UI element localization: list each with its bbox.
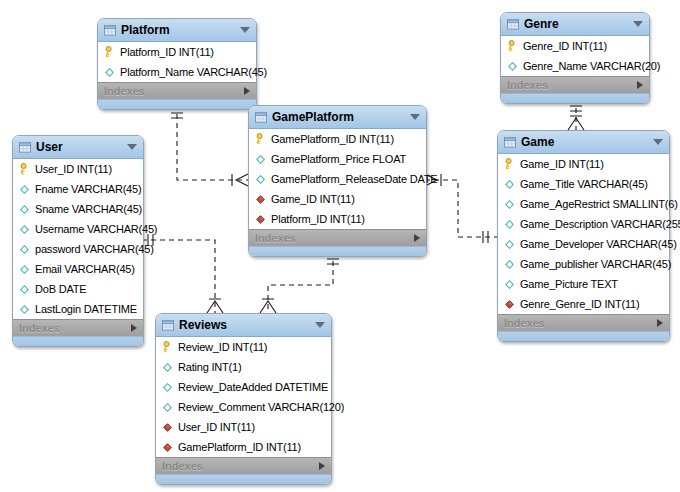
- column-row[interactable]: Review_DateAdded DATETIME: [156, 377, 331, 397]
- table-header[interactable]: Reviews: [156, 314, 331, 337]
- column-row[interactable]: DoB DATE: [13, 279, 143, 299]
- column-definition: Game_Description VARCHAR(255): [520, 218, 680, 230]
- column-row[interactable]: Game_ID INT(11): [498, 154, 669, 174]
- column-row[interactable]: Username VARCHAR(45): [13, 219, 143, 239]
- table-node-user[interactable]: User User_ID INT(11)Fname VARCHAR(45)Sna…: [12, 135, 144, 347]
- column-list: Platform_ID INT(11)Platform_Name VARCHAR…: [98, 42, 256, 82]
- table-header[interactable]: Platform: [98, 19, 256, 42]
- column-row[interactable]: Review_ID INT(11): [156, 337, 331, 357]
- column-definition: Game_AgeRestrict SMALLINT(6): [520, 198, 678, 210]
- column-definition: Game_ID INT(11): [271, 193, 355, 205]
- expand-indexes-icon[interactable]: [414, 234, 420, 242]
- column-row[interactable]: Sname VARCHAR(45): [13, 199, 143, 219]
- indexes-bar[interactable]: Indexes: [13, 319, 143, 336]
- column-row[interactable]: Review_Comment VARCHAR(120): [156, 397, 331, 417]
- table-header[interactable]: GamePlatform: [249, 106, 426, 129]
- table-header[interactable]: User: [13, 136, 143, 159]
- column-row[interactable]: GamePlatform_Price FLOAT: [249, 149, 426, 169]
- column-definition: GamePlatform_ID INT(11): [271, 133, 394, 145]
- collapse-table-icon[interactable]: [633, 21, 643, 27]
- table-header[interactable]: Genre: [501, 13, 649, 36]
- table-node-genre[interactable]: Genre Genre_ID INT(11)Genre_Name VARCHAR…: [500, 12, 650, 104]
- eer-diagram-canvas[interactable]: Platform Platform_ID INT(11)Platform_Nam…: [0, 0, 680, 492]
- column-definition: User_ID INT(11): [178, 421, 255, 433]
- table-node-gameplatform[interactable]: GamePlatform GamePlatform_ID INT(11)Game…: [248, 105, 427, 257]
- foreign-key-icon: [254, 215, 266, 224]
- column-definition: Genre_Name VARCHAR(20): [523, 60, 660, 72]
- column-definition: Game_Developer VARCHAR(45): [520, 238, 677, 250]
- column-row[interactable]: password VARCHAR(45): [13, 239, 143, 259]
- table-title: Game: [521, 135, 648, 149]
- column-row[interactable]: Game_Developer VARCHAR(45): [498, 234, 669, 254]
- column-row[interactable]: User_ID INT(11): [156, 417, 331, 437]
- expand-indexes-icon[interactable]: [319, 462, 325, 470]
- collapse-table-icon[interactable]: [127, 144, 137, 150]
- column-row[interactable]: Genre_ID INT(11): [501, 36, 649, 56]
- expand-indexes-icon[interactable]: [657, 319, 663, 327]
- collapse-table-icon[interactable]: [240, 27, 250, 33]
- relationship-gameplatform-reviews[interactable]: [260, 252, 339, 313]
- table-header[interactable]: Game: [498, 131, 669, 154]
- collapse-table-icon[interactable]: [653, 139, 663, 145]
- column-row[interactable]: Game_publisher VARCHAR(45): [498, 254, 669, 274]
- column-definition: LastLogin DATETIME: [35, 303, 137, 315]
- column-list: Game_ID INT(11)Game_Title VARCHAR(45)Gam…: [498, 154, 669, 314]
- column-row[interactable]: Game_ID INT(11): [249, 189, 426, 209]
- indexes-bar[interactable]: Indexes: [498, 314, 669, 331]
- column-definition: GamePlatform_ReleaseDate DATE: [271, 173, 437, 185]
- column-row[interactable]: Platform_ID INT(11): [98, 42, 256, 62]
- column-row[interactable]: Game_Picture TEXT: [498, 274, 669, 294]
- table-icon: [19, 142, 31, 153]
- column-row[interactable]: GamePlatform_ID INT(11): [156, 437, 331, 457]
- table-icon: [104, 25, 116, 36]
- primary-key-icon: [503, 158, 515, 170]
- column-definition: GamePlatform_Price FLOAT: [271, 153, 406, 165]
- indexes-label: Indexes: [104, 85, 145, 97]
- primary-key-icon: [161, 341, 173, 353]
- column-row[interactable]: GamePlatform_ID INT(11): [249, 129, 426, 149]
- column-icon: [18, 205, 30, 214]
- relationship-user-reviews[interactable]: [142, 234, 223, 313]
- foreign-key-icon: [503, 300, 515, 309]
- column-row[interactable]: Fname VARCHAR(45): [13, 179, 143, 199]
- table-bottom-bar: [98, 99, 256, 109]
- table-node-platform[interactable]: Platform Platform_ID INT(11)Platform_Nam…: [97, 18, 257, 110]
- expand-indexes-icon[interactable]: [244, 87, 250, 95]
- column-icon: [161, 363, 173, 372]
- column-icon: [18, 245, 30, 254]
- collapse-table-icon[interactable]: [315, 322, 325, 328]
- indexes-label: Indexes: [19, 322, 60, 334]
- indexes-bar[interactable]: Indexes: [98, 82, 256, 99]
- column-row[interactable]: User_ID INT(11): [13, 159, 143, 179]
- table-node-reviews[interactable]: Reviews Review_ID INT(11)Rating INT(1)Re…: [155, 313, 332, 485]
- expand-indexes-icon[interactable]: [131, 324, 137, 332]
- column-definition: Rating INT(1): [178, 361, 241, 373]
- column-row[interactable]: Platform_ID INT(11): [249, 209, 426, 229]
- collapse-table-icon[interactable]: [410, 114, 420, 120]
- table-node-game[interactable]: Game Game_ID INT(11)Game_Title VARCHAR(4…: [497, 130, 670, 342]
- column-row[interactable]: GamePlatform_ReleaseDate DATE: [249, 169, 426, 189]
- column-row[interactable]: Game_Title VARCHAR(45): [498, 174, 669, 194]
- column-row[interactable]: Game_Description VARCHAR(255): [498, 214, 669, 234]
- primary-key-icon: [18, 163, 30, 175]
- column-icon: [503, 180, 515, 189]
- indexes-bar[interactable]: Indexes: [156, 457, 331, 474]
- indexes-bar[interactable]: Indexes: [501, 76, 649, 93]
- column-row[interactable]: Game_AgeRestrict SMALLINT(6): [498, 194, 669, 214]
- indexes-bar[interactable]: Indexes: [249, 229, 426, 246]
- column-icon: [161, 403, 173, 412]
- relationship-platform-gameplatform[interactable]: [171, 105, 248, 186]
- column-row[interactable]: LastLogin DATETIME: [13, 299, 143, 319]
- column-definition: Platform_ID INT(11): [271, 213, 365, 225]
- column-icon: [503, 220, 515, 229]
- expand-indexes-icon[interactable]: [637, 81, 643, 89]
- column-row[interactable]: Genre_Genre_ID INT(11): [498, 294, 669, 314]
- column-icon: [503, 200, 515, 209]
- indexes-label: Indexes: [507, 79, 548, 91]
- column-icon: [18, 185, 30, 194]
- column-row[interactable]: Rating INT(1): [156, 357, 331, 377]
- foreign-key-icon: [161, 443, 173, 452]
- column-row[interactable]: Genre_Name VARCHAR(20): [501, 56, 649, 76]
- column-row[interactable]: Platform_Name VARCHAR(45): [98, 62, 256, 82]
- column-row[interactable]: Email VARCHAR(45): [13, 259, 143, 279]
